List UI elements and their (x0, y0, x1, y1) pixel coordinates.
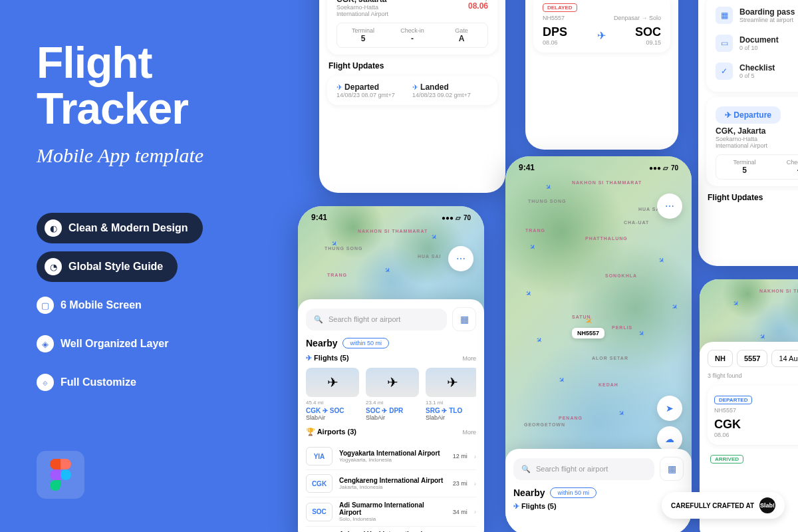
flight-chip[interactable]: NH5557 (572, 328, 604, 338)
flight-card[interactable]: ✈13.1 miSRG ✈ TLOSlabAir (426, 368, 476, 421)
airport-row[interactable]: SRGAchamd Yani International AirportSema… (306, 527, 476, 532)
landing-icon: ✈ (412, 83, 418, 91)
feature-style-guide: ◔Global Style Guide (37, 251, 178, 282)
menu-fab[interactable]: ⋯ (657, 194, 682, 219)
airport-row[interactable]: CGKCengkareng International AirportJakar… (306, 470, 476, 497)
depart-time: 08.06 (460, 1, 488, 11)
departed-badge: DEPARTED (714, 396, 752, 404)
hero-title: FlightTracker (37, 40, 203, 132)
contrast-icon: ◐ (45, 219, 62, 237)
results-count: 3 flight found (708, 372, 798, 379)
phone-map-full: 9:41●●● ▱ 70 NAKHON SI THAMMARAT Thung S… (505, 156, 692, 532)
boarding-pass-item[interactable]: ▦Boarding passStreamline at airport (716, 1, 798, 29)
slab-logo: Slab! (759, 497, 775, 513)
feature-screens: ▢6 Mobile Screen (37, 290, 156, 321)
carrier-input[interactable]: NH (708, 350, 733, 367)
feature-layers: ◈Well Organized Layer (37, 329, 183, 359)
airport-row[interactable]: YIAYogyakarta International AirportYogya… (306, 443, 476, 470)
menu-fab[interactable]: ⋯ (448, 246, 473, 271)
flight-card[interactable]: ✈45.4 miCGK ✈ SOCSlabAir (306, 368, 359, 421)
flights-carousel[interactable]: ✈45.4 miCGK ✈ SOCSlabAir ✈23.4 miSOC ✈ D… (306, 368, 476, 421)
phone-icon: ▢ (37, 297, 54, 314)
qr-button[interactable]: ▦ (452, 307, 476, 331)
locate-fab[interactable]: ➤ (657, 396, 682, 421)
search-input[interactable]: 🔍 Search flight or airport (513, 458, 654, 480)
date-input[interactable]: 14 August 2 (771, 350, 798, 367)
phone-nearby-list: 9:41●●● ▱ 70 NAKHON SI THAMMARAT Thung S… (298, 206, 484, 532)
crafted-badge: CAREFULLY CRAFTED AT Slab! (662, 492, 785, 519)
qr-button[interactable]: ▦ (660, 457, 684, 481)
svg-point-0 (61, 469, 71, 480)
airport-name: Soekarno-Hatta International Airport (336, 4, 388, 17)
more-link[interactable]: More (462, 429, 476, 436)
document-icon: ▭ (716, 35, 733, 52)
feature-list: ◐Clean & Modern Design ◔Global Style Gui… (37, 213, 203, 406)
palette-icon: ◔ (45, 258, 62, 275)
airport-row[interactable]: SOCAdi Sumarmo International AirportSolo… (306, 497, 476, 527)
figma-logo (37, 451, 84, 499)
arrived-badge: ARRIVED (710, 455, 743, 464)
checklist-item[interactable]: ✓Checklist0 of 5 (716, 57, 798, 85)
tab-departure[interactable]: ✈ Departure (716, 106, 781, 124)
phone-trip-checklist: Flight time 1h 6m ▦Boarding passStreamli… (698, 0, 798, 266)
status-time: 9:41 (311, 213, 327, 222)
document-item[interactable]: ▭Document0 of 10 (716, 29, 798, 57)
feature-clean-design: ◐Clean & Modern Design (37, 213, 203, 243)
crop-icon: ⟐ (37, 374, 54, 391)
more-link[interactable]: More (462, 355, 476, 362)
weather-fab[interactable]: ☁ (657, 426, 682, 452)
flightnum-input[interactable]: 5557 (737, 350, 767, 367)
updates-title: Flight Updates (329, 61, 496, 70)
check-icon: ✓ (716, 63, 733, 80)
feature-customize: ⟐Full Customize (37, 367, 151, 398)
hero-subtitle: Mobile App template (37, 144, 203, 167)
qr-icon: ▦ (716, 7, 733, 24)
hero: FlightTracker Mobile App template (37, 40, 203, 167)
phone-flight-detail: ✈ Departure ✈ Arrival CGK, Jakarta Soeka… (319, 0, 505, 193)
flight-card[interactable]: ✈23.4 miSOC ✈ DPRSlabAir (366, 368, 419, 421)
status-icons: ●●● ▱ 70 (442, 214, 471, 221)
takeoff-icon: ✈ (336, 83, 342, 91)
delayed-badge: DELAYED (543, 3, 577, 12)
layers-icon: ◈ (37, 335, 54, 352)
phone-flight-list: NH5557Yogyakarta → Jakarta YIA08.06 ✈ CG… (525, 0, 678, 150)
search-input[interactable]: 🔍 Search flight or airport (306, 309, 447, 331)
